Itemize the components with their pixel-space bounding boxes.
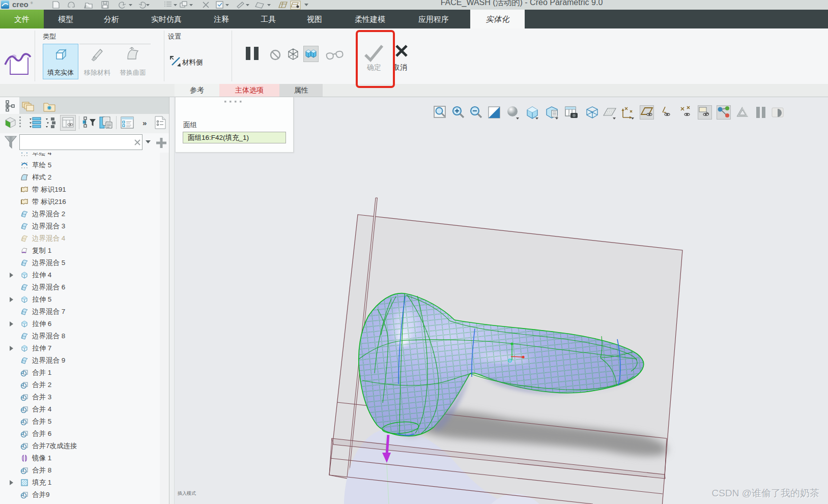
svg-text:creo: creo [12, 0, 28, 9]
svg-text:®: ® [31, 2, 33, 5]
